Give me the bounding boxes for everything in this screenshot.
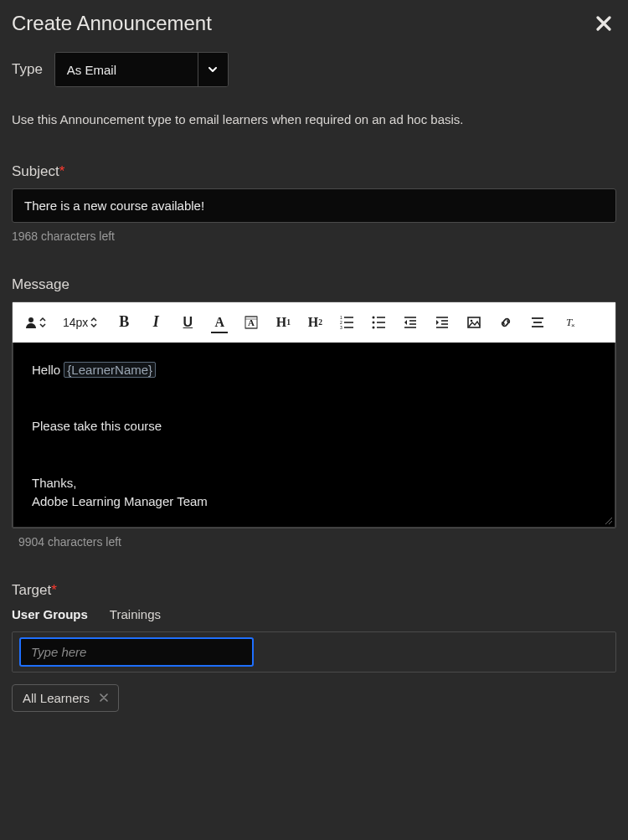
svg-point-14 [373, 326, 375, 328]
outdent-button[interactable] [400, 312, 420, 332]
svg-line-33 [605, 518, 612, 524]
target-label: Target* [12, 582, 616, 599]
message-line-1: Hello {LearnerName} [32, 361, 596, 380]
link-button[interactable] [496, 312, 516, 332]
editor-toolbar: 14px B I U A A H1 H2 123 [13, 302, 615, 343]
type-select[interactable]: As Email [54, 52, 229, 87]
clear-format-button[interactable]: T× [559, 312, 579, 332]
image-button[interactable] [464, 312, 484, 332]
message-line-2: Please take this course [32, 417, 596, 436]
svg-point-27 [471, 319, 473, 322]
close-icon[interactable] [596, 16, 616, 31]
modal-title: Create Announcement [12, 12, 212, 35]
svg-point-0 [28, 317, 33, 322]
highlight-button[interactable]: A [241, 312, 261, 332]
bold-button[interactable]: B [114, 312, 134, 332]
svg-point-13 [373, 321, 375, 323]
message-section: Message 14px B I U A A H1 H [12, 276, 616, 549]
modal-header: Create Announcement [12, 12, 616, 35]
tab-trainings[interactable]: Trainings [110, 607, 161, 623]
message-signoff-2: Adobe Learning Manager Team [32, 492, 596, 512]
type-row: Type As Email [12, 52, 616, 87]
chevron-down-icon[interactable] [198, 53, 228, 86]
indent-button[interactable] [432, 312, 452, 332]
svg-text:3: 3 [340, 325, 342, 330]
editor-textarea[interactable]: Hello {LearnerName} Please take this cou… [13, 343, 615, 528]
svg-point-12 [373, 316, 375, 318]
learner-name-token[interactable]: {LearnerName} [64, 362, 156, 378]
subject-label: Subject* [12, 163, 616, 180]
target-section: Target* User Groups Trainings All Learne… [12, 582, 616, 712]
italic-button[interactable]: I [146, 312, 166, 332]
create-announcement-modal: Create Announcement Type As Email Use th… [0, 0, 628, 724]
type-description: Use this Announcement type to email lear… [12, 111, 616, 130]
h2-button[interactable]: H2 [305, 312, 325, 332]
rich-text-editor: 14px B I U A A H1 H2 123 [12, 301, 616, 528]
placeholder-picker[interactable] [24, 316, 46, 329]
remove-chip-icon[interactable] [100, 693, 108, 702]
target-input-focus [19, 637, 254, 667]
resize-handle-icon[interactable] [603, 515, 613, 525]
svg-text:×: × [571, 322, 575, 329]
tab-user-groups[interactable]: User Groups [12, 607, 88, 623]
message-signoff-1: Thanks, [32, 474, 596, 493]
required-asterisk: * [51, 582, 57, 598]
svg-line-34 [609, 521, 612, 524]
type-label: Type [12, 61, 43, 78]
message-label: Message [12, 276, 616, 293]
ordered-list-button[interactable]: 123 [337, 312, 357, 332]
message-chars-left: 9904 characters left [12, 535, 616, 549]
h1-button[interactable]: H1 [273, 312, 293, 332]
required-asterisk: * [59, 163, 65, 179]
chip-label: All Learners [23, 691, 90, 705]
unordered-list-button[interactable] [368, 312, 389, 332]
target-tabs: User Groups Trainings [12, 607, 616, 623]
align-button[interactable] [528, 312, 548, 332]
subject-chars-left: 1968 characters left [12, 229, 616, 243]
target-input[interactable] [29, 644, 244, 660]
subject-input[interactable] [12, 188, 616, 223]
font-color-button[interactable]: A [209, 312, 229, 332]
type-select-value: As Email [55, 53, 198, 86]
target-input-container[interactable] [12, 631, 616, 673]
chip-all-learners[interactable]: All Learners [12, 684, 119, 712]
target-chips: All Learners [12, 684, 616, 712]
font-size-select[interactable]: 14px [58, 316, 102, 329]
underline-button[interactable]: U [178, 312, 198, 332]
